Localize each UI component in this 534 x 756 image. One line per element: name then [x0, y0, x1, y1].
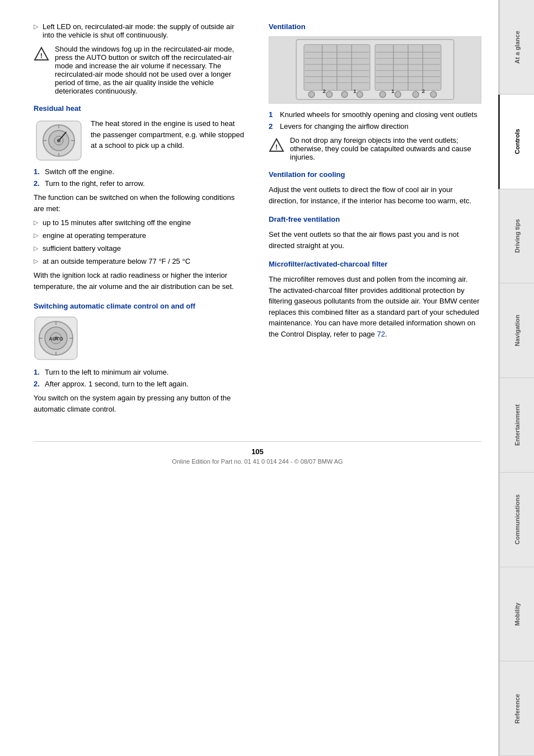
switching-step-1: 1. Turn to the left to minimum air volum… [34, 368, 246, 376]
residual-step2-text: Turn to the right, refer to arrow. [45, 179, 145, 188]
auto-knob-image: AUTO [34, 316, 246, 362]
svg-text:1: 1 [391, 88, 395, 94]
vent-item-1: 1 Knurled wheels for smoothly opening an… [269, 110, 481, 119]
conditions-intro: The function can be switched on when the… [34, 192, 246, 214]
switching-step1-text: Turn to the left to minimum air volume. [45, 368, 168, 376]
residual-step-1: 1. Switch off the engine. [34, 167, 246, 176]
residual-heat-title: Residual heat [34, 104, 246, 113]
bullet-intro-text: Left LED on, recirculated-air mode: the … [43, 22, 246, 39]
svg-text:2: 2 [322, 88, 326, 94]
vent-num-1: 1 [269, 110, 277, 119]
vent-item2-text: Levers for changing the airflow directio… [280, 122, 409, 130]
sidebar: At a glance Controls Driving tips Naviga… [498, 0, 534, 756]
bullet-arrow-4: ▷ [34, 258, 38, 265]
svg-text:!: ! [40, 52, 43, 60]
switching-step2-text: After approx. 1 second, turn to the left… [45, 380, 189, 388]
switching-title: Switching automatic climate control on a… [34, 302, 246, 310]
condition-4: ▷ at an outside temperature below 77 °F … [34, 257, 246, 265]
warning-foreign-objects: ! Do not drop any foreign objects into t… [269, 136, 481, 161]
bullet-intro: ▷ Left LED on, recirculated-air mode: th… [34, 22, 246, 39]
page-number: 105 [34, 447, 481, 456]
left-column: ▷ Left LED on, recirculated-air mode: th… [34, 22, 252, 419]
ventilation-title: Ventilation [269, 22, 481, 31]
svg-point-48 [395, 91, 401, 97]
svg-point-7 [57, 139, 60, 142]
svg-point-47 [380, 91, 386, 97]
sidebar-tab-communications[interactable]: Communications [498, 473, 534, 567]
bullet-arrow-2: ▷ [34, 232, 38, 240]
ventilation-cooling-title: Ventilation for cooling [269, 170, 481, 179]
svg-point-17 [54, 337, 58, 340]
microfilter-text: The microfilter removes dust and pollen … [269, 274, 481, 339]
sidebar-tab-entertainment[interactable]: Entertainment [498, 378, 534, 473]
svg-point-44 [326, 91, 332, 97]
sidebar-tab-driving-tips[interactable]: Driving tips [498, 189, 534, 284]
warning-triangle-icon: ! [34, 46, 49, 62]
ignition-text: With the ignition lock at radio readines… [34, 270, 246, 292]
switching-step-2: 2. After approx. 1 second, turn to the l… [34, 380, 246, 388]
residual-heat-content: The heat stored in the engine is used to… [34, 118, 246, 167]
sidebar-tab-mobility[interactable]: Mobility [498, 567, 534, 662]
vent-num-2: 2 [269, 122, 277, 130]
condition-3-text: sufficient battery voltage [43, 244, 121, 253]
draft-free-title: Draft-free ventilation [269, 215, 481, 223]
svg-point-50 [430, 91, 437, 97]
ventilation-diagram: 2 1 1 2 [269, 36, 481, 104]
sidebar-tab-controls[interactable]: Controls [498, 95, 534, 189]
svg-point-49 [413, 91, 419, 97]
sidebar-tab-reference[interactable]: Reference [498, 661, 534, 756]
page-footer: 105 Online Edition for Part no. 01 41 0 … [34, 441, 481, 465]
condition-1-text: up to 15 minutes after switching off the… [43, 218, 191, 227]
svg-text:!: ! [275, 143, 278, 151]
svg-point-43 [308, 91, 315, 97]
condition-2-text: engine at operating temperature [43, 231, 146, 240]
bullet-arrow-icon: ▷ [34, 23, 38, 39]
warning-foreign-text: Do not drop any foreign objects into the… [290, 136, 481, 161]
vent-item-2: 2 Levers for changing the airflow direct… [269, 122, 481, 130]
page-link-72[interactable]: 72 [377, 330, 385, 338]
bullet-arrow-3: ▷ [34, 245, 38, 253]
step-num-2: 2. [34, 179, 41, 188]
condition-2: ▷ engine at operating temperature [34, 231, 246, 240]
svg-point-45 [341, 91, 348, 97]
svg-text:1: 1 [353, 88, 357, 94]
engine-image [34, 118, 84, 163]
warning-recirculated: ! Should the windows fog up in the recir… [34, 45, 246, 95]
bullet-arrow-1: ▷ [34, 219, 38, 227]
right-column: Ventilation [269, 22, 481, 419]
switch-step-num-2: 2. [34, 380, 41, 388]
copyright-text: Online Edition for Part no. 01 41 0 014 … [172, 458, 343, 465]
microfilter-title: Microfilter/activated-charcoal filter [269, 260, 481, 268]
switching-note: You switch on the system again by pressi… [34, 393, 246, 414]
residual-step-2: 2. Turn to the right, refer to arrow. [34, 179, 246, 188]
condition-4-text: at an outside temperature below 77 °F / … [43, 257, 190, 265]
warning-foreign-icon: ! [269, 137, 284, 153]
svg-text:2: 2 [421, 88, 425, 94]
ventilation-cooling-text: Adjust the vent outlets to direct the fl… [269, 184, 481, 206]
condition-3: ▷ sufficient battery voltage [34, 244, 246, 253]
sidebar-tab-navigation[interactable]: Navigation [498, 283, 534, 378]
vent-item1-text: Knurled wheels for smoothly opening and … [280, 110, 477, 119]
sidebar-tab-at-a-glance[interactable]: At a glance [498, 0, 534, 95]
svg-point-46 [357, 91, 363, 97]
residual-step1-text: Switch off the engine. [45, 167, 114, 176]
switch-step-num-1: 1. [34, 368, 41, 376]
condition-1: ▷ up to 15 minutes after switching off t… [34, 218, 246, 227]
warning-recirculated-text: Should the windows fog up in the recircu… [55, 45, 246, 95]
step-num-1: 1. [34, 167, 41, 176]
draft-free-text: Set the vent outlets so that the air flo… [269, 229, 481, 251]
